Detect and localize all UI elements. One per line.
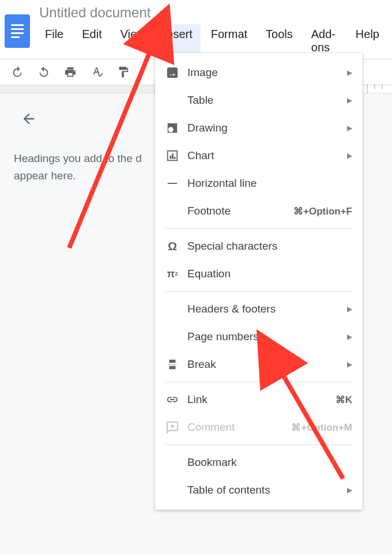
- menu-separator: [165, 382, 352, 382]
- menu-item-drawing[interactable]: Drawing ▶: [155, 114, 363, 142]
- menu-item-shortcut: ⌘K: [336, 394, 352, 406]
- menu-item-special-characters[interactable]: Ω Special characters: [155, 232, 363, 260]
- chart-icon: [165, 149, 179, 163]
- print-icon[interactable]: [63, 65, 77, 79]
- omega-icon: Ω: [165, 239, 179, 253]
- menu-item-shortcut: ⌘+Option+M: [291, 421, 352, 434]
- menu-separator: [165, 291, 352, 292]
- menu-item-image[interactable]: Image ▶: [155, 59, 363, 86]
- comment-icon: [165, 420, 179, 434]
- menu-item-label: Special characters: [187, 240, 352, 253]
- menu-item-headers-footers[interactable]: Headers & footers ▶: [155, 295, 363, 323]
- undo-icon[interactable]: [10, 65, 24, 79]
- docs-logo-icon[interactable]: [5, 14, 30, 48]
- drawing-icon: [165, 121, 179, 135]
- menu-item-shortcut: ⌘+Option+F: [293, 205, 352, 217]
- menu-item-break[interactable]: Break ▶: [155, 351, 363, 378]
- menu-item-label: Equation: [187, 268, 352, 280]
- star-icon[interactable]: ☆: [159, 5, 170, 20]
- menu-item-label: Image: [187, 66, 339, 79]
- link-icon: [165, 393, 179, 407]
- chevron-right-icon: ▶: [347, 152, 352, 160]
- svg-rect-4: [172, 153, 174, 159]
- menu-item-label: Footnote: [187, 205, 285, 217]
- menu-view[interactable]: View: [112, 24, 153, 58]
- document-title[interactable]: Untitled document: [39, 5, 150, 21]
- chevron-right-icon: ▶: [347, 486, 352, 494]
- menu-item-label: Break: [187, 358, 339, 371]
- menu-item-label: Comment: [187, 421, 283, 434]
- menu-item-link[interactable]: Link ⌘K: [155, 386, 363, 413]
- menu-item-label: Chart: [187, 149, 339, 162]
- menu-item-page-numbers[interactable]: Page numbers ▶: [155, 323, 363, 351]
- svg-rect-3: [169, 156, 171, 159]
- chevron-right-icon: ▶: [347, 124, 352, 132]
- menu-item-label: Link: [187, 393, 327, 406]
- chevron-right-icon: ▶: [347, 96, 352, 104]
- chevron-right-icon: ▶: [347, 360, 352, 368]
- pi-icon: π2: [165, 267, 179, 281]
- spellcheck-icon[interactable]: [90, 65, 104, 79]
- horizontal-line-icon: [165, 176, 179, 190]
- menu-item-equation[interactable]: π2 Equation: [155, 260, 363, 288]
- page-break-icon: [165, 357, 179, 371]
- svg-point-1: [168, 127, 174, 132]
- menu-item-label: Bookmark: [187, 456, 352, 469]
- menu-item-footnote[interactable]: Footnote ⌘+Option+F: [155, 197, 363, 225]
- menu-item-horizontal-line[interactable]: Horizontal line: [155, 170, 363, 197]
- menu-file[interactable]: File: [37, 24, 71, 58]
- image-icon: [165, 66, 179, 80]
- menu-item-table[interactable]: Table ▶: [155, 86, 363, 114]
- menu-item-label: Horizontal line: [187, 177, 352, 190]
- menu-item-label: Page numbers: [187, 330, 339, 343]
- redo-icon[interactable]: [37, 65, 51, 79]
- menu-item-table-of-contents[interactable]: Table of contents ▶: [155, 476, 363, 504]
- menu-item-bookmark[interactable]: Bookmark: [155, 449, 363, 476]
- chevron-right-icon: ▶: [347, 333, 352, 341]
- chevron-right-icon: ▶: [347, 69, 352, 77]
- menu-item-label: Drawing: [187, 122, 339, 134]
- menu-item-chart[interactable]: Chart ▶: [155, 142, 363, 170]
- menu-separator: [165, 228, 352, 229]
- insert-dropdown: Image ▶ Table ▶ Drawing ▶ Chart ▶ Horizo…: [155, 53, 363, 510]
- menu-item-label: Headers & footers: [187, 303, 339, 315]
- menu-item-label: Table of contents: [187, 484, 339, 496]
- menu-edit[interactable]: Edit: [74, 24, 110, 58]
- svg-rect-5: [174, 157, 176, 159]
- menu-separator: [165, 445, 352, 445]
- menu-item-comment: Comment ⌘+Option+M: [155, 413, 363, 441]
- paint-format-icon[interactable]: [116, 65, 130, 79]
- chevron-right-icon: ▶: [347, 305, 352, 313]
- menu-item-label: Table: [187, 94, 339, 107]
